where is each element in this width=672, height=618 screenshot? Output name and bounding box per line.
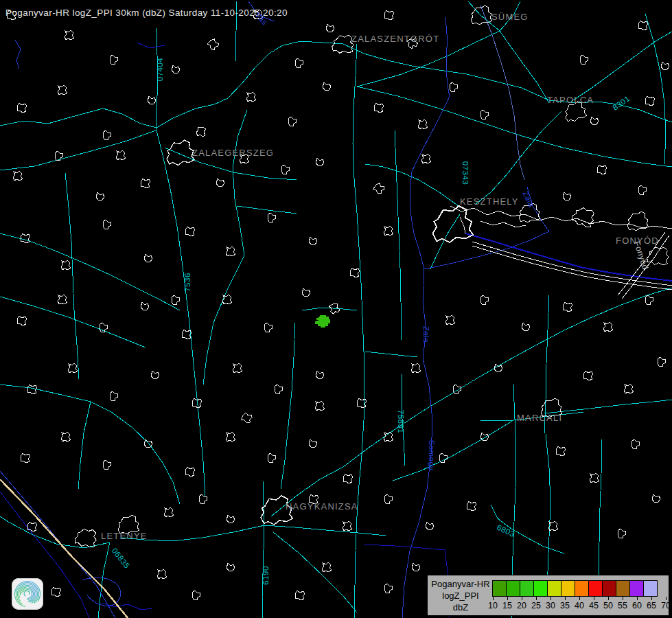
- dbz-swatch-45-50: [588, 580, 603, 597]
- legend-tick-label: 35: [557, 601, 572, 610]
- dbz-swatch-65-70: [643, 580, 658, 597]
- radar-spiral-logo-icon: [12, 578, 43, 610]
- spiral-icon: [12, 578, 43, 610]
- legend-tick: [623, 597, 623, 600]
- city-label-letenye: LETENYE: [101, 531, 148, 541]
- legend-tick-label: 55: [615, 601, 630, 610]
- legend-tick-label: 20: [514, 601, 529, 610]
- legend-unit: dbZ: [428, 602, 494, 613]
- legend-tick: [522, 597, 522, 600]
- legend-tick: [608, 597, 609, 600]
- legend-tick-label: 30: [543, 601, 558, 610]
- legend-product-name: logZ_PPI: [428, 590, 494, 602]
- dbz-swatch-15-20: [506, 580, 520, 597]
- legend-tick-label: 40: [572, 601, 587, 610]
- dbz-swatch-60-65: [629, 580, 644, 597]
- legend-station-name: Poganyvar-HR: [428, 578, 494, 590]
- legend-tick: [637, 597, 638, 600]
- legend-tick-label: 50: [601, 601, 616, 610]
- legend-tick: [565, 597, 566, 600]
- city-label-keszthely: KESZTHELY: [460, 196, 519, 207]
- road-label-7536: 7536: [183, 273, 192, 292]
- legend-tick-label: 70: [658, 601, 672, 610]
- legend-tick: [651, 597, 652, 600]
- city-label-sumeg: SÜMEG: [491, 12, 529, 22]
- legend-tick-label: 15: [500, 601, 515, 610]
- legend-tick-label: 65: [644, 601, 659, 610]
- city-label-nagykanizsa: NAGYKANIZSA: [286, 501, 358, 512]
- legend-tick: [594, 597, 594, 600]
- road-label-07343: 07343: [461, 161, 470, 185]
- city-label-zalaszentgrot: ZALASZENTGRÓT: [351, 34, 439, 44]
- radar-viewer: Poganyvar-HR logZ_PPI 30km (dbZ) Saturda…: [0, 0, 672, 618]
- legend-tick-label: 25: [529, 601, 544, 610]
- dbz-swatch-30-35: [547, 580, 561, 597]
- legend-text-block: Poganyvar-HR logZ_PPI dbZ: [428, 578, 494, 613]
- dbz-color-legend: Poganyvar-HR logZ_PPI dbZ: [427, 575, 669, 616]
- legend-tick-label: 10: [485, 601, 500, 610]
- dbz-swatch-35-40: [561, 580, 575, 597]
- legend-tick: [551, 597, 551, 600]
- dbz-swatch-40-45: [575, 580, 589, 597]
- legend-tick-label: 45: [586, 601, 601, 610]
- dbz-swatch-55-60: [616, 580, 630, 597]
- dbz-swatch-50-55: [602, 580, 616, 597]
- dbz-color-bar: [493, 580, 658, 597]
- city-label-zalaegerszeg: ZALAEGERSZEG: [192, 148, 274, 158]
- product-title: Poganyvar-HR logZ_PPI 30km (dbZ) Saturda…: [5, 8, 288, 18]
- road-label-75831: 75831: [397, 410, 405, 433]
- river-label-zala: Zala: [422, 326, 430, 343]
- city-label-marcali: MARCALI: [517, 413, 562, 423]
- legend-tick: [507, 597, 508, 600]
- dbz-swatch-10-15: [492, 580, 507, 597]
- city-label-tapolca: TAPOLCA: [547, 95, 594, 105]
- legend-tick: [536, 597, 537, 600]
- radar-echo-blob: [315, 315, 330, 328]
- county-label-somogy: Somogy: [428, 439, 436, 470]
- legend-tick: [666, 597, 667, 600]
- road-label-07404: 07404: [156, 58, 164, 81]
- legend-tick: [579, 597, 580, 600]
- radar-map-canvas: [0, 0, 672, 618]
- legend-tick: [493, 597, 494, 600]
- dbz-swatch-20-25: [520, 580, 534, 597]
- road-label-6190: 6190: [262, 566, 270, 585]
- dbz-swatch-25-30: [533, 580, 548, 597]
- legend-tick-label: 60: [629, 601, 645, 610]
